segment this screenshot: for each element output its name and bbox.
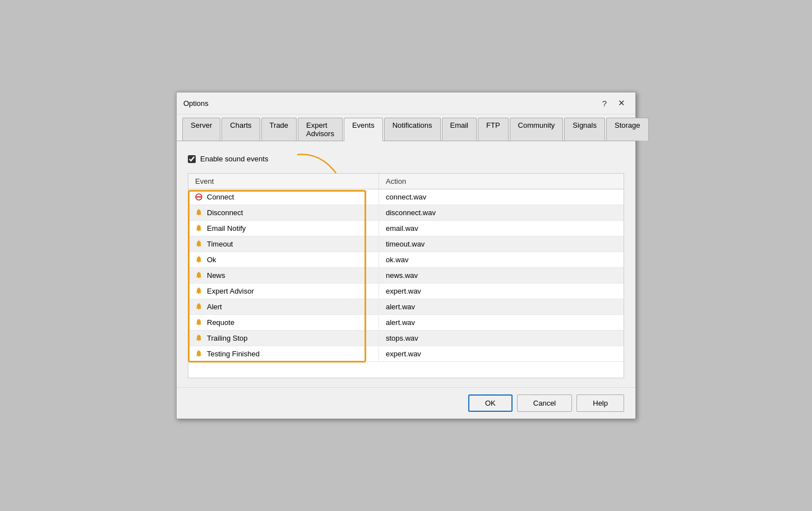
tab-expert-advisors[interactable]: Expert Advisors <box>298 118 343 141</box>
table-row[interactable]: Requote alert.wav <box>188 315 624 331</box>
action-value: timeout.wav <box>386 240 425 248</box>
action-value: connect.wav <box>386 193 426 201</box>
dialog-title: Options <box>183 99 209 108</box>
event-cell: Disconnect <box>188 205 379 220</box>
event-cell: Connect <box>188 189 379 205</box>
bell-icon <box>195 303 202 311</box>
action-cell: alert.wav <box>379 299 624 314</box>
help-button[interactable]: ? <box>599 97 610 109</box>
options-dialog: Options ? ✕ Server Charts Trade Expert A… <box>176 92 636 419</box>
event-name: Expert Advisor <box>207 287 254 295</box>
event-name: Disconnect <box>207 208 243 217</box>
event-name: Timeout <box>207 240 233 248</box>
ok-button[interactable]: OK <box>468 394 513 412</box>
tab-ftp[interactable]: FTP <box>478 118 509 141</box>
event-name: Connect <box>207 193 234 201</box>
svg-point-8 <box>198 261 199 262</box>
event-cell: Testing Finished <box>188 346 379 361</box>
tab-email[interactable]: Email <box>442 118 477 141</box>
action-cell: alert.wav <box>379 315 624 330</box>
event-cell: Ok <box>188 252 379 267</box>
action-value: email.wav <box>386 224 418 233</box>
enable-sound-label: Enable sound events <box>200 155 268 163</box>
events-table: Event Action Connect connect.wav <box>188 173 624 378</box>
svg-point-12 <box>198 292 199 294</box>
event-cell: Timeout <box>188 236 379 252</box>
no-entry-icon <box>195 193 202 201</box>
svg-point-14 <box>198 308 199 309</box>
action-value: expert.wav <box>386 287 421 295</box>
event-name: Trailing Stop <box>207 334 248 342</box>
cancel-button[interactable]: Cancel <box>517 394 572 412</box>
table-body: Connect connect.wav Disconnect disconnec… <box>188 189 624 378</box>
bell-icon <box>195 287 202 295</box>
svg-point-18 <box>198 340 199 341</box>
event-name: Testing Finished <box>207 350 260 358</box>
bell-icon <box>195 225 202 233</box>
table-row[interactable]: Trailing Stop stops.wav <box>188 331 624 346</box>
svg-point-6 <box>198 245 199 247</box>
tab-events[interactable]: Events <box>344 118 383 141</box>
action-value: disconnect.wav <box>386 208 436 217</box>
event-name: News <box>207 271 225 280</box>
event-cell: News <box>188 268 379 283</box>
event-cell: Email Notify <box>188 221 379 236</box>
action-cell: disconnect.wav <box>379 205 624 220</box>
action-value: expert.wav <box>386 350 421 358</box>
enable-sound-row: Enable sound events <box>188 155 624 163</box>
table-row[interactable]: Ok ok.wav <box>188 252 624 268</box>
tab-charts[interactable]: Charts <box>222 118 260 141</box>
tab-signals[interactable]: Signals <box>564 118 605 141</box>
event-name: Email Notify <box>207 224 246 233</box>
table-row[interactable]: Connect connect.wav <box>188 189 624 205</box>
event-name: Ok <box>207 256 216 264</box>
event-cell: Alert <box>188 299 379 314</box>
table-row[interactable]: Disconnect disconnect.wav <box>188 205 624 221</box>
event-cell: Expert Advisor <box>188 284 379 299</box>
action-cell: connect.wav <box>379 189 624 205</box>
tab-server[interactable]: Server <box>182 118 220 141</box>
events-table-wrapper: Event Action Connect connect.wav <box>188 173 624 378</box>
tab-bar: Server Charts Trade Expert Advisors Even… <box>177 114 635 141</box>
table-header: Event Action <box>188 174 624 189</box>
table-row[interactable]: News news.wav <box>188 268 624 284</box>
action-cell: ok.wav <box>379 252 624 267</box>
action-cell: news.wav <box>379 268 624 283</box>
tab-notifications[interactable]: Notifications <box>384 118 441 141</box>
svg-point-20 <box>198 355 199 356</box>
tab-content: Enable sound events Event Action <box>177 141 635 387</box>
event-cell: Requote <box>188 315 379 330</box>
tab-community[interactable]: Community <box>510 118 564 141</box>
action-value: news.wav <box>386 271 418 280</box>
bell-icon <box>195 335 202 342</box>
bell-icon <box>195 350 202 358</box>
dialog-footer: OK Cancel Help <box>177 387 635 419</box>
enable-sound-checkbox[interactable] <box>188 155 196 163</box>
table-row[interactable]: Alert alert.wav <box>188 299 624 315</box>
bell-icon <box>195 240 202 248</box>
table-row[interactable]: Testing Finished expert.wav <box>188 346 624 362</box>
action-cell: expert.wav <box>379 346 624 361</box>
help-footer-button[interactable]: Help <box>576 394 624 412</box>
action-value: ok.wav <box>386 256 408 264</box>
action-cell: expert.wav <box>379 284 624 299</box>
action-value: alert.wav <box>386 318 415 327</box>
close-button[interactable]: ✕ <box>615 97 629 109</box>
tab-storage[interactable]: Storage <box>606 118 649 141</box>
tab-trade[interactable]: Trade <box>261 118 297 141</box>
header-event: Event <box>188 174 379 189</box>
svg-point-2 <box>198 214 199 215</box>
bell-icon <box>195 209 202 217</box>
svg-point-10 <box>198 277 199 278</box>
table-row[interactable]: Expert Advisor expert.wav <box>188 284 624 299</box>
title-bar: Options ? ✕ <box>177 92 635 114</box>
event-name: Alert <box>207 303 222 311</box>
action-cell: email.wav <box>379 221 624 236</box>
action-cell: stops.wav <box>379 331 624 346</box>
svg-point-16 <box>198 324 199 325</box>
table-row[interactable]: Email Notify email.wav <box>188 221 624 236</box>
bell-icon <box>195 319 202 327</box>
svg-point-4 <box>198 230 199 231</box>
event-cell: Trailing Stop <box>188 331 379 346</box>
table-row[interactable]: Timeout timeout.wav <box>188 236 624 252</box>
